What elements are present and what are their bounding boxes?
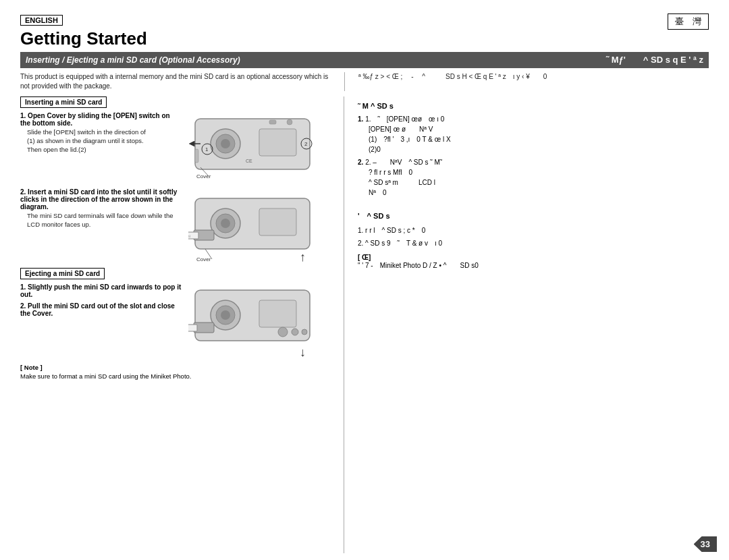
- right-note: [ Œ] " ' 7 - Miniket Photo D / Z • ^ SD …: [358, 254, 709, 271]
- right-eject-step2: 2. ^ SD s 9 ˜ T & ø v ı 0: [358, 238, 709, 248]
- svg-point-3: [221, 139, 230, 148]
- section-bar: Inserting / Ejecting a mini SD card (Opt…: [20, 52, 709, 68]
- right-step1: 1. 1. ˜ [OPEN] œø œ ı 0 [OPEN] œ ø Nª V …: [358, 114, 709, 155]
- svg-rect-7: [195, 149, 198, 163]
- svg-point-33: [292, 329, 298, 335]
- right-note-label: [ Œ]: [358, 254, 371, 261]
- svg-point-30: [221, 310, 230, 320]
- right-step1-text4: (2)0: [358, 146, 381, 153]
- page-title: Getting Started: [20, 28, 654, 49]
- note-text: Make sure to format a mini SD card using…: [20, 372, 191, 380]
- eject-section: Ejecting a mini SD card 1. Slightly push…: [20, 268, 333, 359]
- page: ENGLISH Getting Started 臺 灣 Inserting / …: [0, 0, 729, 560]
- svg-text:↓: ↓: [300, 345, 306, 358]
- intro-text-left: This product is equipped with a internal…: [20, 73, 328, 90]
- right-eject-step1-text: 1. r r l ^ SD s ; c * 0: [358, 227, 425, 234]
- eject-text: 1. Slightly push the mini SD card inward…: [20, 283, 182, 359]
- svg-rect-31: [259, 300, 296, 327]
- svg-text:1: 1: [205, 146, 209, 152]
- svg-point-19: [221, 219, 230, 228]
- right-eject-step1: 1. r r l ^ SD s ; c * 0: [358, 225, 709, 235]
- svg-point-32: [278, 327, 288, 337]
- right-step1-text2: [OPEN] œ ø Nª V: [358, 125, 433, 133]
- step1-bold: 1. Open Cover by sliding the [OPEN] swit…: [20, 112, 182, 127]
- intro-row: This product is equipped with a internal…: [20, 72, 709, 91]
- right-note-text: " ' 7 - Miniket Photo D / Z • ^ SD s0: [358, 262, 479, 269]
- page-number-area: 33: [694, 536, 717, 552]
- step1-wrapper: 1. Open Cover by sliding the [OPEN] swit…: [20, 112, 333, 184]
- svg-point-6: [287, 119, 292, 125]
- camera-diagram-1: CE 1 2: [188, 112, 330, 183]
- right-step2: 2. 2. – NªV ^ SD s ˜ M˜ ? ﬂ r r s Mﬂ 0 ^…: [358, 157, 709, 198]
- intro-text-right: ª ‰ƒ z > < Œ ; - ^ SD s H < Œ q E ' ª z …: [358, 73, 547, 80]
- right-eject-header: ' ^ SD s: [358, 211, 709, 221]
- step1-text: 1. Open Cover by sliding the [OPEN] swit…: [20, 112, 182, 184]
- page-number: 33: [694, 536, 717, 552]
- step2-wrapper: 2. Insert a mini SD card into the slot u…: [20, 188, 333, 264]
- eject-step1-bold: 1. Slightly push the mini SD card inward…: [20, 283, 182, 298]
- step1-diagram: CE 1 2: [188, 112, 333, 184]
- eject-step2-bold: 2. Pull the mini SD card out of the slot…: [20, 302, 182, 317]
- step2-detail: The mini SD card terminals will face dow…: [20, 212, 182, 229]
- right-step1-text: 1. ˜ [OPEN] œø œ ı 0: [365, 115, 444, 123]
- step2-bold: 2. Insert a mini SD card into the slot u…: [20, 188, 182, 211]
- right-eject-step2-text: 2. ^ SD s 9 ˜ T & ø v ı 0: [358, 240, 442, 247]
- svg-text:Cover: Cover: [196, 173, 211, 179]
- right-step1-text3: (1) ?ﬂ ' 3 ,ı 0 T & œ l X: [358, 136, 451, 143]
- step2-text: 2. Insert a mini SD card into the slot u…: [20, 188, 182, 264]
- camera-diagram-2: mini ↑ Cover: [188, 188, 330, 262]
- insert-header: Inserting a mini SD card: [20, 96, 107, 108]
- step2-diagram: mini ↑ Cover: [188, 188, 333, 264]
- svg-text:CE: CE: [246, 159, 252, 163]
- svg-text:Cover: Cover: [196, 256, 211, 262]
- camera-diagram-3: ↓: [188, 283, 330, 358]
- note-section: [ Note ] Make sure to format a mini SD c…: [20, 363, 333, 381]
- svg-rect-20: [259, 208, 296, 235]
- taiwan-label: 臺 灣: [668, 13, 709, 30]
- right-step2-text2: ? ﬂ r r s Mﬂ 0: [358, 169, 412, 176]
- right-column: ˜ M ^ SD s 1. 1. ˜ [OPEN] œø œ ı 0 [OPEN…: [344, 96, 709, 553]
- svg-text:mini: mini: [188, 234, 190, 238]
- note-label: [ Note ]: [20, 364, 43, 371]
- section-bar-right: ˜ Mƒ' ^ SD s q E ' ª z: [606, 54, 703, 66]
- left-column: Inserting a mini SD card 1. Open Cover b…: [20, 96, 344, 553]
- right-step2-text1: 2. – NªV ^ SD s ˜ M˜: [365, 159, 442, 166]
- right-step2-text3: ^ SD sª m LCD l: [358, 179, 435, 186]
- top-row: ENGLISH Getting Started 臺 灣: [20, 13, 709, 49]
- eject-header: Ejecting a mini SD card: [20, 268, 105, 279]
- right-step2-text4: Nª 0: [358, 189, 386, 196]
- main-content: Inserting a mini SD card 1. Open Cover b…: [20, 96, 709, 553]
- svg-rect-5: [269, 120, 276, 124]
- svg-text:2: 2: [304, 141, 308, 147]
- language-badge: ENGLISH: [20, 15, 63, 26]
- eject-wrapper: 1. Slightly push the mini SD card inward…: [20, 283, 333, 359]
- eject-diagram: ↓: [188, 283, 333, 359]
- svg-point-34: [302, 329, 307, 335]
- svg-rect-4: [259, 129, 296, 156]
- right-insert-header: ˜ M ^ SD s: [358, 102, 709, 110]
- svg-text:↑: ↑: [300, 250, 306, 262]
- step1-detail: Slide the [OPEN] switch in the direction…: [20, 128, 182, 154]
- section-bar-left: Inserting / Ejecting a mini SD card (Opt…: [26, 55, 240, 65]
- svg-rect-36: [188, 325, 197, 331]
